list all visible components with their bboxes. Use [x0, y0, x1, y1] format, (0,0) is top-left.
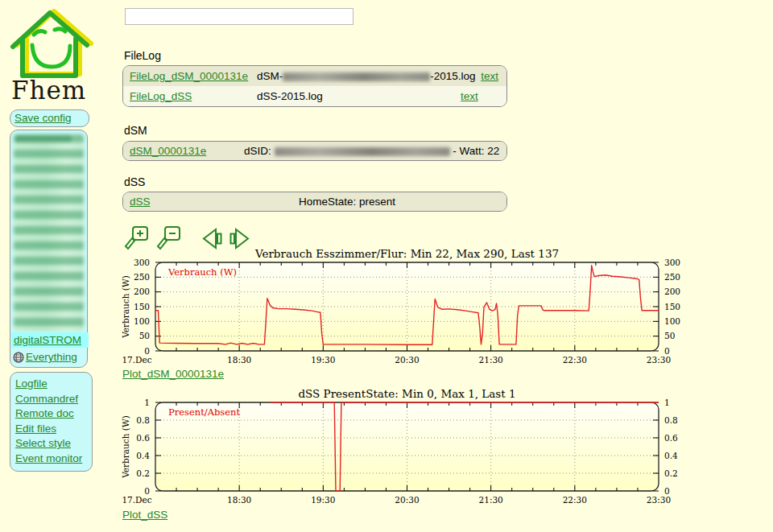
- svg-text:23:30: 23:30: [647, 495, 671, 505]
- svg-text:0.4: 0.4: [664, 451, 678, 460]
- svg-text:19:30: 19:30: [311, 495, 335, 505]
- plot-dsm-chart[interactable]: 00505010010015015020020025025030030018:3…: [121, 248, 684, 370]
- svg-text:21:30: 21:30: [479, 495, 503, 505]
- svg-text:300: 300: [664, 258, 680, 267]
- fhem-house-icon: [8, 5, 95, 79]
- brand-text: Fhem: [11, 76, 86, 105]
- svg-text:Verbrauch (W): Verbrauch (W): [121, 415, 130, 479]
- svg-text:50: 50: [139, 331, 150, 340]
- filelog-dss-text-link[interactable]: text: [445, 86, 494, 106]
- svg-text:100: 100: [664, 316, 680, 326]
- sidebar-item-everything[interactable]: Everything: [13, 349, 77, 365]
- svg-text:250: 250: [664, 272, 680, 282]
- dsm-state: dSID: - Watt: 22: [244, 142, 499, 160]
- fhem-logo: [8, 5, 97, 79]
- section-title-filelog: FileLog: [124, 49, 161, 62]
- sidebar-item-event-monitor[interactable]: Event monitor: [15, 452, 92, 467]
- svg-text:Present/Absent: Present/Absent: [168, 406, 240, 418]
- svg-text:200: 200: [134, 287, 150, 296]
- command-input[interactable]: [125, 8, 353, 25]
- svg-text:0.8: 0.8: [664, 415, 678, 425]
- svg-text:50: 50: [664, 331, 675, 340]
- filelog-dsm-link[interactable]: FileLog_dSM_0000131e: [130, 66, 248, 86]
- svg-text:17.Dec: 17.Dec: [122, 495, 151, 505]
- filelog-dss-filename: dSS-2015.log: [257, 86, 323, 106]
- svg-text:0.6: 0.6: [136, 433, 150, 443]
- svg-text:dSS PresentState: Min 0, Max 1: dSS PresentState: Min 0, Max 1, Last 1: [298, 388, 515, 400]
- table-row: FileLog_dSM_0000131e dSM--2015.log text: [123, 66, 506, 86]
- redacted-text: [275, 147, 450, 156]
- svg-text:1: 1: [664, 398, 670, 407]
- table-row: FileLog_dSS dSS-2015.log text: [123, 86, 506, 106]
- svg-text:19:30: 19:30: [311, 355, 335, 365]
- svg-text:250: 250: [134, 272, 150, 282]
- svg-text:0.6: 0.6: [664, 433, 678, 443]
- svg-text:0.4: 0.4: [136, 451, 150, 460]
- sidebar-links: Logfile Commandref Remote doc Edit files…: [10, 372, 93, 472]
- zoom-in-icon[interactable]: [124, 225, 151, 250]
- room-menu: digitalSTROM Everything: [10, 130, 88, 368]
- svg-text:18:30: 18:30: [227, 355, 251, 365]
- plot-dss-chart[interactable]: 000.20.20.40.40.60.60.80.81118:3019:3020…: [121, 388, 684, 510]
- pan-left-icon[interactable]: [200, 227, 223, 250]
- svg-text:21:30: 21:30: [479, 355, 503, 365]
- svg-text:18:30: 18:30: [227, 495, 251, 505]
- filelog-dsm-filename: dSM--2015.log: [257, 66, 476, 86]
- fhem-page: Fhem Save config digitalSTROM Everything…: [0, 0, 773, 532]
- svg-text:0.2: 0.2: [136, 468, 150, 478]
- svg-text:20:30: 20:30: [395, 495, 419, 505]
- svg-text:20:30: 20:30: [395, 355, 419, 365]
- svg-text:150: 150: [134, 302, 150, 311]
- svg-text:100: 100: [134, 316, 150, 326]
- svg-text:0: 0: [664, 346, 670, 356]
- svg-text:17.Dec: 17.Dec: [122, 355, 151, 365]
- dss-device-link[interactable]: dSS: [130, 192, 151, 211]
- sidebar-item-remote-doc[interactable]: Remote doc: [15, 406, 92, 422]
- svg-text:Verbrauch (W): Verbrauch (W): [121, 275, 130, 339]
- svg-text:0: 0: [144, 346, 150, 356]
- svg-text:0.8: 0.8: [136, 415, 150, 425]
- dss-state: HomeState: present: [220, 192, 474, 211]
- sidebar-item-select-style[interactable]: Select style: [15, 436, 92, 452]
- svg-text:22:30: 22:30: [563, 495, 587, 505]
- svg-text:0: 0: [144, 486, 150, 496]
- sidebar-item-digitalstrom[interactable]: digitalSTROM: [11, 332, 89, 348]
- everything-label: Everything: [26, 351, 77, 363]
- zoom-out-icon[interactable]: [156, 225, 183, 250]
- svg-text:300: 300: [134, 258, 150, 267]
- svg-text:0: 0: [664, 486, 670, 496]
- plot-dss-link[interactable]: Plot_dSS: [122, 509, 167, 521]
- sidebar-item-commandref[interactable]: Commandref: [15, 392, 92, 407]
- svg-text:Verbrauch (W): Verbrauch (W): [167, 266, 237, 278]
- dsm-table: dSM_0000131e dSID: - Watt: 22: [122, 141, 507, 161]
- sidebar-item-edit-files[interactable]: Edit files: [15, 422, 92, 437]
- pan-right-icon[interactable]: [229, 227, 251, 250]
- globe-icon: [13, 352, 24, 363]
- section-title-dsm: dSM: [124, 124, 147, 137]
- redacted-room-list: [14, 134, 84, 332]
- svg-text:Verbrauch Esszimmer/Flur: Min: Verbrauch Esszimmer/Flur: Min 22, Max 29…: [254, 248, 559, 260]
- svg-text:22:30: 22:30: [563, 355, 587, 365]
- svg-text:23:30: 23:30: [647, 355, 671, 365]
- svg-text:150: 150: [664, 302, 680, 311]
- svg-text:200: 200: [664, 287, 680, 296]
- save-config-button[interactable]: Save config: [10, 109, 89, 127]
- redacted-text: [283, 72, 430, 81]
- table-row: dSS HomeState: present: [123, 192, 506, 211]
- svg-text:0.2: 0.2: [664, 468, 678, 478]
- filelog-dss-link[interactable]: FileLog_dSS: [130, 86, 192, 106]
- svg-text:1: 1: [144, 398, 150, 407]
- dsm-device-link[interactable]: dSM_0000131e: [130, 142, 206, 160]
- plot-dsm-link[interactable]: Plot_dSM_0000131e: [122, 368, 224, 380]
- sidebar-item-logfile[interactable]: Logfile: [15, 377, 92, 392]
- dss-table: dSS HomeState: present: [122, 192, 507, 212]
- filelog-dsm-text-link[interactable]: text: [481, 66, 498, 86]
- filelog-table: FileLog_dSM_0000131e dSM--2015.log text …: [122, 65, 507, 107]
- section-title-dss: dSS: [124, 175, 145, 188]
- table-row: dSM_0000131e dSID: - Watt: 22: [123, 142, 506, 160]
